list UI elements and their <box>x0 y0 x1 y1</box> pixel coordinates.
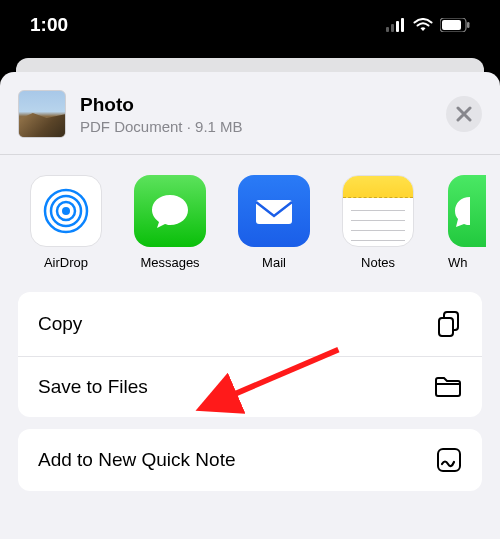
whatsapp-icon <box>448 175 486 247</box>
svg-point-7 <box>62 207 70 215</box>
share-target-notes[interactable]: Notes <box>326 175 430 270</box>
share-target-label: AirDrop <box>44 255 88 270</box>
svg-rect-11 <box>256 200 292 224</box>
svg-rect-3 <box>401 18 404 32</box>
document-title: Photo <box>80 94 432 116</box>
share-target-airdrop[interactable]: AirDrop <box>14 175 118 270</box>
sheet-header: Photo PDF Document · 9.1 MB <box>0 72 500 154</box>
svg-rect-0 <box>386 27 389 32</box>
svg-rect-6 <box>467 22 470 28</box>
svg-rect-15 <box>438 449 460 471</box>
close-button[interactable] <box>446 96 482 132</box>
close-icon <box>456 106 472 122</box>
share-targets-row[interactable]: AirDrop Messages Mail <box>0 155 500 292</box>
action-copy[interactable]: Copy <box>18 292 482 356</box>
share-target-mail[interactable]: Mail <box>222 175 326 270</box>
folder-icon <box>434 375 462 399</box>
document-subtitle: PDF Document · 9.1 MB <box>80 118 432 135</box>
status-indicators <box>386 18 470 32</box>
copy-icon <box>436 310 462 338</box>
share-target-label: Notes <box>361 255 395 270</box>
messages-icon <box>134 175 206 247</box>
airdrop-icon <box>30 175 102 247</box>
share-target-label: Messages <box>140 255 199 270</box>
action-label: Save to Files <box>38 376 148 398</box>
status-time: 1:00 <box>30 14 68 36</box>
actions-group-1: Copy Save to Files <box>18 292 482 417</box>
battery-icon <box>440 18 470 32</box>
status-bar: 1:00 <box>0 0 500 50</box>
share-target-whatsapp[interactable]: Wh <box>430 175 490 270</box>
action-save-to-files[interactable]: Save to Files <box>18 357 482 417</box>
svg-rect-1 <box>391 24 394 32</box>
wifi-icon <box>413 18 433 32</box>
share-target-messages[interactable]: Messages <box>118 175 222 270</box>
quick-note-icon <box>436 447 462 473</box>
share-target-label: Mail <box>262 255 286 270</box>
action-add-quick-note[interactable]: Add to New Quick Note <box>18 429 482 491</box>
cellular-icon <box>386 18 406 32</box>
notes-icon <box>342 175 414 247</box>
mail-icon <box>238 175 310 247</box>
svg-rect-5 <box>442 20 461 30</box>
actions-group-2: Add to New Quick Note <box>18 429 482 491</box>
document-thumbnail <box>18 90 66 138</box>
share-sheet: Photo PDF Document · 9.1 MB AirDrop <box>0 72 500 539</box>
action-label: Add to New Quick Note <box>38 449 235 471</box>
document-info: Photo PDF Document · 9.1 MB <box>80 94 432 135</box>
svg-rect-13 <box>439 318 453 336</box>
action-label: Copy <box>38 313 82 335</box>
share-target-label: Wh <box>448 255 468 270</box>
svg-rect-2 <box>396 21 399 32</box>
